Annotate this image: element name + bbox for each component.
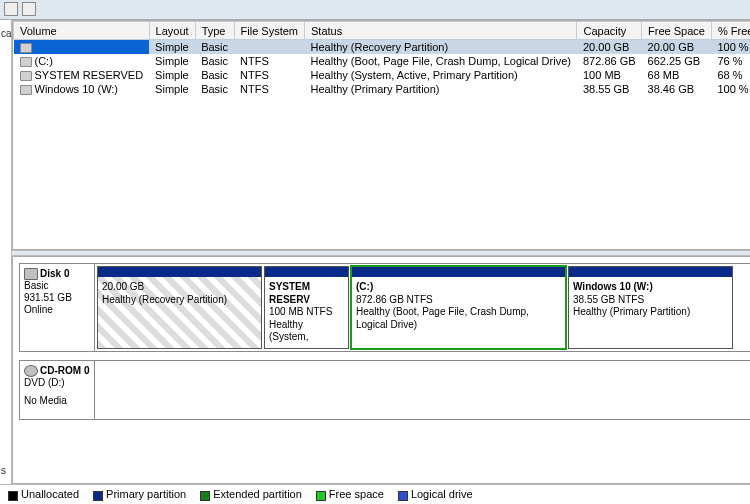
- volume-icon: [20, 85, 32, 95]
- cell: 20.00 GB: [577, 40, 642, 55]
- partition-title: SYSTEM RESERV: [269, 281, 310, 305]
- partition-title: (C:): [356, 281, 373, 292]
- legend-swatch: [316, 491, 326, 501]
- column-header[interactable]: % Free: [711, 22, 750, 40]
- cdrom-icon: [24, 365, 38, 377]
- volume-name: Windows 10 (W:): [35, 83, 119, 95]
- volume-list[interactable]: VolumeLayoutTypeFile SystemStatusCapacit…: [12, 20, 750, 250]
- legend: UnallocatedPrimary partitionExtended par…: [0, 484, 750, 504]
- cdrom-state: No Media: [24, 395, 90, 407]
- legend-label: Logical drive: [411, 488, 473, 500]
- partition[interactable]: Windows 10 (W:)38.55 GB NTFSHealthy (Pri…: [568, 266, 733, 349]
- partition-header-bar: [352, 267, 565, 277]
- column-header[interactable]: Free Space: [642, 22, 712, 40]
- partition-status: Healthy (Primary Partition): [573, 306, 728, 319]
- volume-icon: [20, 57, 32, 67]
- cell: 76 %: [711, 54, 750, 68]
- legend-swatch: [93, 491, 103, 501]
- column-header[interactable]: File System: [234, 22, 304, 40]
- partition-header-bar: [265, 267, 348, 277]
- cell: NTFS: [234, 82, 304, 96]
- cell: Healthy (System, Active, Primary Partiti…: [305, 68, 577, 82]
- partition[interactable]: SYSTEM RESERV100 MB NTFSHealthy (System,: [264, 266, 349, 349]
- volume-icon: [20, 71, 32, 81]
- cell: Simple: [149, 68, 195, 82]
- cell: Basic: [195, 54, 234, 68]
- table-row[interactable]: SimpleBasicHealthy (Recovery Partition)2…: [14, 40, 751, 55]
- cell: Simple: [149, 40, 195, 55]
- disk-type: Basic: [24, 280, 90, 292]
- legend-label: Extended partition: [213, 488, 302, 500]
- table-row[interactable]: Windows 10 (W:)SimpleBasicNTFSHealthy (P…: [14, 82, 751, 96]
- disk-row-0: Disk 0 Basic 931.51 GB Online 20.00 GBHe…: [19, 263, 750, 352]
- cell: 662.25 GB: [642, 54, 712, 68]
- disk-map[interactable]: Disk 0 Basic 931.51 GB Online 20.00 GBHe…: [12, 256, 750, 484]
- hdd-icon: [24, 268, 38, 280]
- partition-status: Healthy (Recovery Partition): [102, 294, 257, 307]
- volume-name: SYSTEM RESERVED: [35, 69, 144, 81]
- partition-header-bar: [569, 267, 732, 277]
- cell: SYSTEM RESERVED: [14, 68, 150, 82]
- partition-header-bar: [98, 267, 261, 277]
- cell: Basic: [195, 82, 234, 96]
- partition-body: (C:)872.86 GB NTFSHealthy (Boot, Page Fi…: [352, 277, 565, 335]
- cell: NTFS: [234, 68, 304, 82]
- cell: Basic: [195, 40, 234, 55]
- partition[interactable]: (C:)872.86 GB NTFSHealthy (Boot, Page Fi…: [351, 266, 566, 349]
- partition-status: Healthy (Boot, Page File, Crash Dump, Lo…: [356, 306, 561, 331]
- cell: Basic: [195, 68, 234, 82]
- disk-partitions: 20.00 GBHealthy (Recovery Partition)SYST…: [95, 264, 750, 351]
- cell: 20.00 GB: [642, 40, 712, 55]
- disk-icon[interactable]: [4, 2, 18, 16]
- cdrom-label[interactable]: CD-ROM 0 DVD (D:) No Media: [20, 361, 95, 419]
- column-header[interactable]: Capacity: [577, 22, 642, 40]
- content: VolumeLayoutTypeFile SystemStatusCapacit…: [12, 20, 750, 484]
- cell: 38.55 GB: [577, 82, 642, 96]
- cell: [14, 40, 150, 55]
- left-tree-stub: cal s: [0, 20, 12, 484]
- partition-size: 20.00 GB: [102, 281, 257, 294]
- cell: Simple: [149, 54, 195, 68]
- cell: NTFS: [234, 54, 304, 68]
- partition-size: 872.86 GB NTFS: [356, 294, 561, 307]
- column-header[interactable]: Type: [195, 22, 234, 40]
- column-header[interactable]: Volume: [14, 22, 150, 40]
- column-header[interactable]: Status: [305, 22, 577, 40]
- cell: 38.46 GB: [642, 82, 712, 96]
- partition-body: Windows 10 (W:)38.55 GB NTFSHealthy (Pri…: [569, 277, 732, 323]
- cell: Healthy (Boot, Page File, Crash Dump, Lo…: [305, 54, 577, 68]
- cell: Windows 10 (W:): [14, 82, 150, 96]
- cell: Healthy (Primary Partition): [305, 82, 577, 96]
- cdrom-partitions: [95, 361, 750, 419]
- legend-item: Extended partition: [200, 488, 302, 500]
- cell: 100 MB: [577, 68, 642, 82]
- partition[interactable]: 20.00 GBHealthy (Recovery Partition): [97, 266, 262, 349]
- props-icon[interactable]: [22, 2, 36, 16]
- cell: 100 %: [711, 82, 750, 96]
- disk-label[interactable]: Disk 0 Basic 931.51 GB Online: [20, 264, 95, 351]
- partition-status: Healthy (System,: [269, 319, 344, 344]
- legend-item: Logical drive: [398, 488, 473, 500]
- volume-table: VolumeLayoutTypeFile SystemStatusCapacit…: [13, 21, 750, 96]
- main: cal s VolumeLayoutTypeFile SystemStatusC…: [0, 20, 750, 484]
- legend-swatch: [8, 491, 18, 501]
- table-row[interactable]: (C:)SimpleBasicNTFSHealthy (Boot, Page F…: [14, 54, 751, 68]
- legend-swatch: [398, 491, 408, 501]
- cell: 68 %: [711, 68, 750, 82]
- cell: (C:): [14, 54, 150, 68]
- toolbar: [0, 0, 750, 20]
- cell: 68 MB: [642, 68, 712, 82]
- legend-label: Primary partition: [106, 488, 186, 500]
- partition-size: 100 MB NTFS: [269, 306, 344, 319]
- column-header[interactable]: Layout: [149, 22, 195, 40]
- partition-title: Windows 10 (W:): [573, 281, 653, 292]
- cell: 100 %: [711, 40, 750, 55]
- cell: 872.86 GB: [577, 54, 642, 68]
- legend-item: Unallocated: [8, 488, 79, 500]
- cell: Simple: [149, 82, 195, 96]
- legend-item: Primary partition: [93, 488, 186, 500]
- legend-label: Unallocated: [21, 488, 79, 500]
- disk-row-cdrom: CD-ROM 0 DVD (D:) No Media: [19, 360, 750, 420]
- legend-label: Free space: [329, 488, 384, 500]
- table-row[interactable]: SYSTEM RESERVEDSimpleBasicNTFSHealthy (S…: [14, 68, 751, 82]
